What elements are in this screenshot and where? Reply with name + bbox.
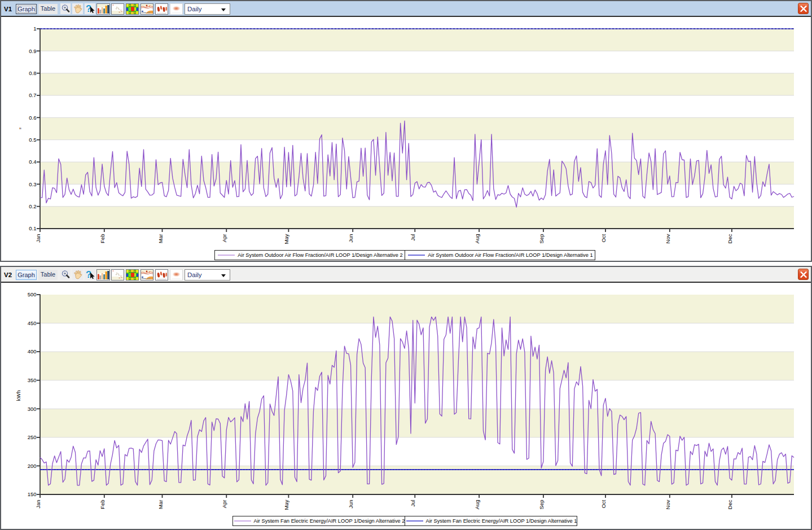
svg-text:0.7: 0.7 — [29, 92, 36, 98]
svg-text:Feb: Feb — [99, 234, 106, 243]
svg-text:0.4: 0.4 — [29, 159, 36, 165]
svg-text:Sep: Sep — [538, 500, 545, 510]
svg-text:Aug: Aug — [474, 234, 480, 244]
svg-text:Jan: Jan — [35, 500, 41, 509]
svg-text:Nov: Nov — [665, 234, 671, 243]
svg-text:0.2: 0.2 — [29, 203, 36, 209]
svg-text:1: 1 — [33, 25, 36, 32]
svg-text:Apr: Apr — [221, 234, 227, 243]
svg-text:Jul: Jul — [410, 234, 416, 241]
svg-text:0.6: 0.6 — [29, 115, 36, 121]
svg-text:Dec: Dec — [727, 234, 733, 243]
svg-text:Feb: Feb — [99, 500, 106, 509]
svg-text:200: 200 — [28, 463, 37, 469]
svg-text:Oct: Oct — [600, 234, 607, 242]
svg-text:Nov: Nov — [665, 500, 671, 509]
svg-text:May: May — [283, 234, 289, 244]
svg-text:0.3: 0.3 — [29, 181, 36, 187]
svg-text:300: 300 — [28, 406, 37, 412]
svg-text:500: 500 — [28, 291, 37, 297]
svg-text:Apr: Apr — [221, 500, 227, 509]
svg-text:0.5: 0.5 — [29, 137, 36, 143]
svg-text:400: 400 — [28, 348, 37, 354]
svg-text:Aug: Aug — [474, 500, 480, 510]
svg-text:Oct: Oct — [600, 500, 607, 508]
svg-text:Dec: Dec — [727, 500, 733, 509]
svg-text:Mar: Mar — [157, 234, 164, 243]
svg-text:250: 250 — [28, 434, 37, 440]
svg-text:May: May — [283, 500, 289, 510]
svg-text:Jun: Jun — [348, 500, 354, 509]
svg-text:0.8: 0.8 — [29, 70, 36, 76]
svg-text:Jan: Jan — [35, 234, 41, 243]
svg-text:Mar: Mar — [157, 500, 164, 509]
svg-text:Sep: Sep — [538, 234, 545, 244]
svg-text:0.9: 0.9 — [29, 48, 36, 54]
svg-text:kWh: kWh — [15, 391, 21, 401]
svg-text:Jun: Jun — [348, 234, 354, 243]
svg-text:Jul: Jul — [410, 500, 416, 507]
svg-text:0.1: 0.1 — [29, 225, 36, 231]
svg-text:150: 150 — [28, 491, 37, 497]
svg-text:350: 350 — [28, 377, 37, 383]
svg-text:450: 450 — [28, 320, 37, 326]
